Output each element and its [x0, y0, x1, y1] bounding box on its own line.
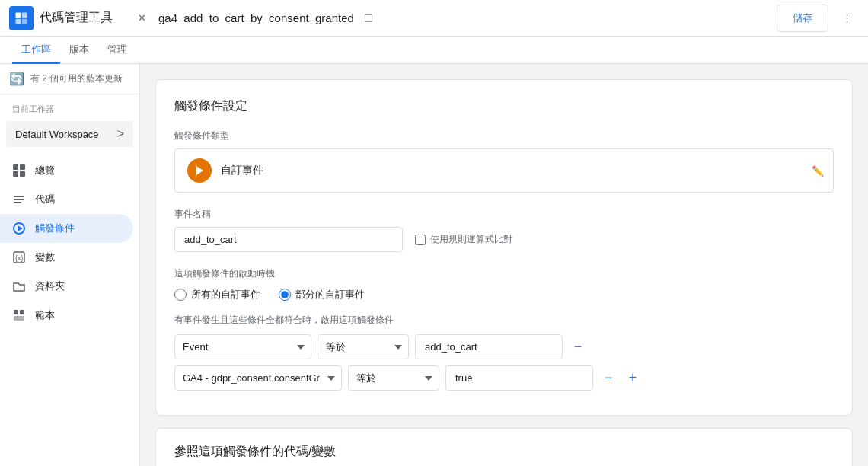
regex-checkbox[interactable]	[415, 235, 426, 245]
top-bar: 代碼管理工具 ✕ ga4_add_to_cart_by_consent_gran…	[0, 0, 868, 37]
trigger-type-label: 觸發條件類型	[174, 129, 834, 142]
templates-icon	[12, 308, 26, 322]
reference-panel-title: 參照這項觸發條件的代碼/變數	[174, 444, 834, 460]
svg-rect-3	[22, 18, 27, 24]
svg-rect-7	[20, 171, 25, 177]
sidebar-item-variables[interactable]: {x} 變數	[0, 243, 133, 272]
content-area: 觸發條件設定 觸發條件類型 自訂事件 ✏️ 事件名稱 使用規則運算式比對	[140, 64, 868, 466]
svg-rect-15	[14, 310, 18, 314]
chevron-right-icon: >	[117, 127, 124, 141]
sidebar-nav: 總覽 代碼 觸發條件 {x} 變數	[0, 150, 139, 336]
svg-rect-8	[14, 196, 24, 197]
sidebar-section-label: 目前工作器	[0, 94, 139, 118]
tab-close-button[interactable]: ✕	[131, 8, 152, 29]
main-layout: 🔄 有 2 個可用的藍本更新 目前工作器 Default Workspace >…	[0, 64, 868, 466]
svg-rect-17	[14, 316, 24, 321]
trigger-panel-title: 觸發條件設定	[174, 98, 834, 114]
sidebar-label-tags: 代碼	[35, 193, 55, 206]
variables-icon: {x}	[12, 251, 26, 264]
regex-checkbox-label[interactable]: 使用規則運算式比對	[415, 233, 512, 246]
sidebar-item-templates[interactable]: 範本	[0, 301, 133, 330]
sidebar-label-templates: 範本	[35, 308, 55, 322]
trigger-type-icon	[187, 158, 212, 183]
svg-rect-10	[14, 202, 21, 203]
file-icon: □	[365, 11, 372, 25]
filter-field-1[interactable]: Event	[174, 334, 311, 359]
sidebar-item-triggers[interactable]: 觸發條件	[0, 214, 133, 243]
tags-icon	[12, 193, 26, 206]
regex-label: 使用規則運算式比對	[430, 233, 512, 246]
more-options-button[interactable]: ⋮	[834, 6, 859, 30]
sidebar-label-overview: 總覽	[35, 164, 55, 177]
filter-value-2[interactable]	[445, 365, 593, 391]
triggers-icon	[12, 222, 26, 235]
svg-rect-4	[13, 164, 18, 170]
svg-marker-12	[18, 225, 23, 231]
sidebar-label-variables: 變數	[35, 251, 55, 264]
svg-rect-1	[22, 12, 27, 18]
workspace-name: Default Workspace	[15, 129, 99, 140]
svg-rect-5	[20, 164, 25, 170]
radio-all-label: 所有的自訂事件	[191, 288, 260, 302]
svg-text:{x}: {x}	[15, 254, 24, 262]
app-title: 代碼管理工具	[40, 10, 113, 26]
svg-rect-0	[16, 12, 21, 18]
filter-field-2[interactable]: GA4 - gdpr_consent.consentGr	[174, 365, 342, 391]
radio-all-events[interactable]: 所有的自訂事件	[174, 288, 260, 302]
radio-group: 所有的自訂事件 部分的自訂事件	[174, 288, 834, 302]
filter-add-button[interactable]: +	[624, 369, 642, 388]
tab-filename: ga4_add_to_cart_by_consent_granted	[158, 11, 354, 24]
sidebar-item-overview[interactable]: 總覽	[0, 156, 133, 185]
update-banner[interactable]: 🔄 有 2 個可用的藍本更新	[0, 64, 139, 94]
filter-row-1: Event 等於 −	[174, 334, 834, 359]
overview-icon	[12, 164, 26, 177]
svg-marker-18	[196, 166, 203, 175]
filter-section-label: 有事件發生且這些條件全都符合時，啟用這項觸發條件	[174, 314, 834, 327]
svg-rect-2	[16, 18, 21, 24]
fire-on-label: 這項觸發條件的啟動時機	[174, 267, 834, 280]
sidebar-label-triggers: 觸發條件	[35, 222, 75, 235]
event-name-label: 事件名稱	[174, 208, 834, 221]
event-name-input[interactable]	[174, 227, 403, 252]
radio-all-events-input[interactable]	[174, 289, 187, 301]
sidebar-item-folders[interactable]: 資料夾	[0, 272, 133, 301]
trigger-type-name: 自訂事件	[221, 164, 821, 177]
edit-trigger-type-icon[interactable]: ✏️	[812, 165, 824, 177]
filter-value-1[interactable]	[415, 334, 563, 359]
tab-manage[interactable]: 管理	[98, 37, 136, 64]
sidebar: 🔄 有 2 個可用的藍本更新 目前工作器 Default Workspace >…	[0, 64, 140, 466]
save-button[interactable]: 儲存	[777, 5, 828, 32]
radio-some-events-input[interactable]	[279, 289, 291, 301]
nav-tabs: 工作區 版本 管理	[0, 37, 868, 64]
radio-some-label: 部分的自訂事件	[295, 288, 365, 302]
svg-rect-16	[20, 310, 24, 314]
filter-row-2: GA4 - gdpr_consent.consentGr 等於 − +	[174, 365, 834, 391]
event-name-row: 使用規則運算式比對	[174, 227, 834, 252]
reference-panel: 參照這項觸發條件的代碼/變數 FB Pixel - add_to_cart 代碼	[155, 428, 853, 466]
filter-remove-2-button[interactable]: −	[599, 369, 617, 388]
svg-rect-9	[14, 199, 24, 200]
filter-operator-2[interactable]: 等於	[348, 365, 439, 391]
folders-icon	[12, 279, 26, 293]
filter-remove-1-button[interactable]: −	[569, 338, 587, 356]
tab-workspace[interactable]: 工作區	[12, 37, 60, 64]
workspace-selector[interactable]: Default Workspace >	[6, 121, 133, 147]
svg-rect-6	[13, 171, 18, 177]
sidebar-item-tags[interactable]: 代碼	[0, 185, 133, 214]
app-logo	[9, 6, 34, 30]
trigger-panel: 觸發條件設定 觸發條件類型 自訂事件 ✏️ 事件名稱 使用規則運算式比對	[155, 79, 853, 416]
filter-operator-1[interactable]: 等於	[318, 334, 409, 359]
trigger-type-box[interactable]: 自訂事件 ✏️	[174, 148, 834, 193]
tab-version[interactable]: 版本	[60, 37, 98, 64]
sidebar-label-folders: 資料夾	[35, 279, 65, 293]
radio-some-events[interactable]: 部分的自訂事件	[279, 288, 365, 302]
